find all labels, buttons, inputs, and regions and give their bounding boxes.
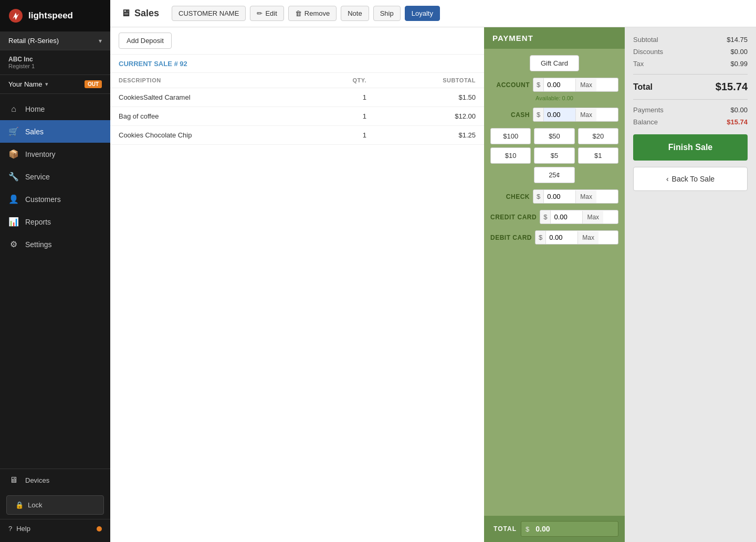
item-description: CookiesSalted Caramel bbox=[110, 88, 308, 107]
credit-card-input[interactable] bbox=[551, 210, 582, 224]
back-chevron-icon: ‹ bbox=[666, 175, 669, 183]
sidebar-store-selector[interactable]: Retail (R-Series) ▾ bbox=[0, 31, 110, 50]
cash-max-button[interactable]: Max bbox=[575, 109, 596, 121]
gift-card-button[interactable]: Gift Card bbox=[530, 55, 579, 71]
summary-divider bbox=[633, 74, 748, 75]
sales-icon: 🛒 bbox=[8, 126, 19, 136]
cash-5-button[interactable]: $5 bbox=[534, 147, 574, 164]
payments-row: Payments $0.00 bbox=[633, 106, 748, 114]
loyalty-button[interactable]: Loyalty bbox=[405, 6, 440, 21]
subtotal-label: Subtotal bbox=[633, 36, 658, 44]
payment-total-dollar-sign: $ bbox=[521, 522, 533, 536]
remove-label: Remove bbox=[304, 9, 330, 17]
sidebar-item-reports[interactable]: 📊 Reports bbox=[0, 210, 110, 233]
col-description: DESCRIPTION bbox=[110, 73, 308, 88]
content-area: Add Deposit CURRENT SALE # 92 DESCRIPTIO… bbox=[110, 27, 756, 542]
reports-icon: 📊 bbox=[8, 217, 19, 227]
payment-total: TOTAL $ 0.00 bbox=[484, 516, 625, 542]
sidebar-logo: lightspeed bbox=[0, 0, 110, 31]
cash-50-button[interactable]: $50 bbox=[534, 128, 574, 144]
check-max-button[interactable]: Max bbox=[575, 190, 596, 203]
col-subtotal: SUBTOTAL bbox=[375, 73, 484, 88]
payment-panel: PAYMENT Gift Card ACCOUNT $ Max Availabl… bbox=[484, 27, 625, 542]
help-row: ? Help bbox=[0, 519, 110, 538]
debit-card-input[interactable] bbox=[546, 231, 578, 244]
ship-button[interactable]: Ship bbox=[373, 6, 401, 21]
subtotal-value: $14.75 bbox=[727, 36, 748, 44]
sale-table: DESCRIPTION QTY. SUBTOTAL CookiesSalted … bbox=[110, 73, 484, 145]
sidebar-item-service[interactable]: 🔧 Service bbox=[0, 165, 110, 188]
available-text: Available: 0.00 bbox=[490, 95, 618, 101]
cash-20-button[interactable]: $20 bbox=[578, 128, 618, 144]
main-area: 🖥 Sales CUSTOMER NAME ✏ Edit 🗑 Remove No… bbox=[110, 0, 756, 542]
loyalty-label: Loyalty bbox=[412, 9, 433, 17]
check-label: CHECK bbox=[490, 193, 530, 200]
cash-input[interactable] bbox=[544, 108, 575, 121]
remove-button[interactable]: 🗑 Remove bbox=[288, 6, 337, 21]
sidebar-item-devices[interactable]: 🖥 Devices bbox=[0, 469, 110, 491]
debit-card-label: DEBIT CARD bbox=[490, 234, 532, 241]
credit-card-max-button[interactable]: Max bbox=[582, 211, 603, 224]
item-qty: 1 bbox=[308, 126, 375, 145]
cash-1-button[interactable]: $1 bbox=[578, 147, 618, 164]
account-label: ACCOUNT bbox=[490, 81, 530, 89]
credit-card-dollar-sign: $ bbox=[540, 210, 551, 224]
sidebar-item-home[interactable]: ⌂ Home bbox=[0, 98, 110, 120]
sidebar-account: ABC Inc Register 1 bbox=[0, 50, 110, 75]
company-name: ABC Inc bbox=[8, 56, 102, 63]
sidebar-username[interactable]: Your Name ▾ OUT bbox=[0, 75, 110, 94]
discounts-label: Discounts bbox=[633, 48, 663, 56]
service-icon: 🔧 bbox=[8, 172, 19, 182]
sidebar-item-inventory[interactable]: 📦 Inventory bbox=[0, 143, 110, 165]
customer-name-label: CUSTOMER NAME bbox=[178, 9, 239, 17]
account-input[interactable] bbox=[544, 78, 575, 91]
notification-dot bbox=[97, 526, 102, 532]
back-to-sale-button[interactable]: ‹ Back To Sale bbox=[633, 167, 748, 191]
cash-payment-row: CASH $ Max bbox=[490, 108, 618, 122]
add-deposit-button[interactable]: Add Deposit bbox=[119, 33, 172, 49]
credit-card-payment-row: CREDIT CARD $ Max bbox=[490, 210, 618, 224]
discounts-value: $0.00 bbox=[730, 48, 748, 56]
nav-customers-label: Customers bbox=[25, 195, 61, 204]
nav-devices-label: Devices bbox=[25, 476, 49, 484]
check-input[interactable] bbox=[544, 190, 575, 203]
help-icon: ? bbox=[8, 525, 12, 533]
account-input-wrap: $ Max bbox=[533, 78, 618, 92]
sidebar-item-sales[interactable]: 🛒 Sales bbox=[0, 120, 110, 143]
cash-100-button[interactable]: $100 bbox=[490, 128, 531, 144]
cash-25cents-button[interactable]: 25¢ bbox=[534, 167, 574, 183]
debit-card-max-button[interactable]: Max bbox=[578, 231, 598, 244]
customer-name-button[interactable]: CUSTOMER NAME bbox=[172, 6, 246, 21]
sidebar-logo-text: lightspeed bbox=[28, 10, 73, 21]
cash-input-wrap: $ Max bbox=[533, 108, 618, 122]
check-input-wrap: $ Max bbox=[533, 189, 618, 204]
register-name: Register 1 bbox=[8, 63, 102, 69]
subtotal-row: Subtotal $14.75 bbox=[633, 36, 748, 44]
edit-button[interactable]: ✏ Edit bbox=[250, 6, 284, 21]
sidebar-item-settings[interactable]: ⚙ Settings bbox=[0, 233, 110, 256]
debit-card-payment-row: DEBIT CARD $ Max bbox=[490, 230, 618, 245]
discounts-row: Discounts $0.00 bbox=[633, 48, 748, 56]
cash-10-button[interactable]: $10 bbox=[490, 147, 531, 164]
note-button[interactable]: Note bbox=[341, 6, 369, 21]
nav-service-label: Service bbox=[25, 173, 50, 181]
sidebar-item-customers[interactable]: 👤 Customers bbox=[0, 188, 110, 210]
tax-row: Tax $0.99 bbox=[633, 60, 748, 68]
finish-sale-button[interactable]: Finish Sale bbox=[633, 134, 748, 161]
help-link[interactable]: ? Help bbox=[8, 525, 30, 533]
lock-icon: 🔒 bbox=[15, 501, 24, 509]
balance-value: $15.74 bbox=[727, 118, 748, 126]
lock-button[interactable]: 🔒 Lock bbox=[6, 495, 104, 515]
table-header-row: DESCRIPTION QTY. SUBTOTAL bbox=[110, 73, 484, 88]
summary-divider-2 bbox=[633, 99, 748, 100]
account-max-button[interactable]: Max bbox=[575, 79, 596, 91]
sale-header: CURRENT SALE # 92 bbox=[110, 55, 484, 73]
payments-label: Payments bbox=[633, 106, 664, 114]
tax-value: $0.99 bbox=[730, 60, 748, 68]
check-payment-row: CHECK $ Max bbox=[490, 189, 618, 204]
username-label: Your Name ▾ bbox=[8, 80, 48, 88]
payment-total-label: TOTAL bbox=[490, 525, 517, 533]
balance-label: Balance bbox=[633, 118, 658, 126]
nav-items: ⌂ Home 🛒 Sales 📦 Inventory 🔧 Service 👤 C… bbox=[0, 94, 110, 469]
settings-icon: ⚙ bbox=[8, 239, 19, 249]
